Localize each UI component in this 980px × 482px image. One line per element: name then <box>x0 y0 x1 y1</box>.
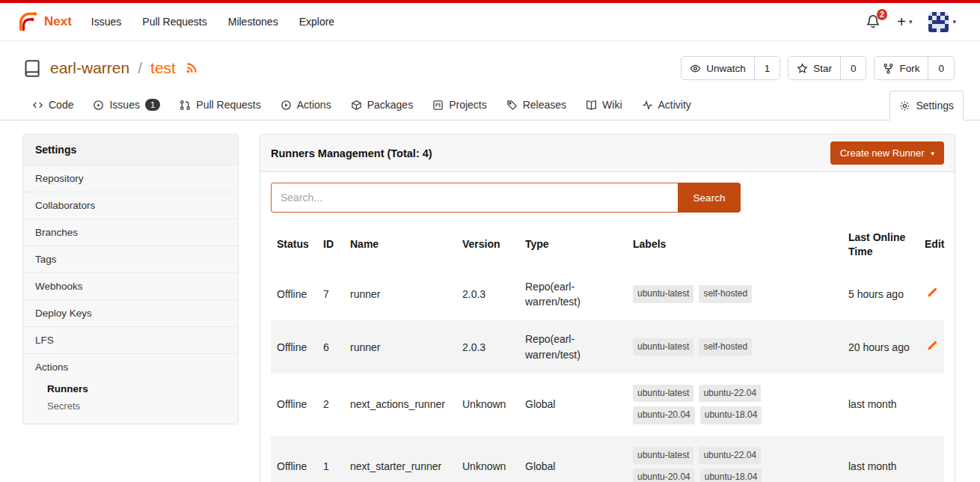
chevron-down-icon: ▾ <box>952 18 956 25</box>
name-cell: runner <box>344 320 456 373</box>
fork-button[interactable]: Fork <box>875 57 928 79</box>
fork-button-group: Fork 0 <box>874 56 955 80</box>
sidebar-item-webhooks[interactable]: Webhooks <box>23 272 238 299</box>
tab-actions[interactable]: Actions <box>271 91 341 120</box>
navbar: Next Issues Pull Requests Milestones Exp… <box>0 3 980 41</box>
runner-label-chip: ubuntu-latest <box>633 447 693 464</box>
runner-label-chip: ubuntu-18.04 <box>700 469 762 482</box>
col-id: ID <box>317 222 344 268</box>
runner-label-chip: ubuntu-20.04 <box>633 469 695 482</box>
stars-count[interactable]: 0 <box>840 57 866 79</box>
package-icon <box>351 100 362 111</box>
edit-cell <box>919 373 944 436</box>
labels-cell: ubuntu-latestself-hosted <box>627 320 842 373</box>
user-menu[interactable]: ▾ <box>928 12 956 32</box>
pull-request-icon <box>180 100 191 111</box>
brand-name: Next <box>44 14 72 29</box>
col-name: Name <box>344 222 456 268</box>
issues-count-badge: 1 <box>145 99 160 111</box>
tab-settings[interactable]: Settings <box>889 91 964 120</box>
chevron-down-icon: ▾ <box>931 150 934 157</box>
col-status: Status <box>271 222 317 268</box>
type-cell: Global <box>519 373 627 436</box>
nav-item-milestones[interactable]: Milestones <box>218 3 289 41</box>
search-button[interactable]: Search <box>678 183 741 213</box>
type-cell: Global <box>519 436 627 482</box>
watchers-count[interactable]: 1 <box>754 57 780 79</box>
sidebar-item-tags[interactable]: Tags <box>23 245 238 272</box>
content-area: Settings Repository Collaborators Branch… <box>0 120 980 482</box>
pulse-icon <box>642 100 653 111</box>
runners-panel-header: Runners Management (Total: 4) Create new… <box>260 135 955 172</box>
runner-label-chip: ubuntu-22.04 <box>699 447 761 464</box>
sidebar-item-repository[interactable]: Repository <box>23 165 238 192</box>
sidebar-item-deploy-keys[interactable]: Deploy Keys <box>23 299 238 326</box>
last-online-cell: 20 hours ago <box>842 320 919 373</box>
status-cell: Offline <box>271 436 317 482</box>
tab-packages[interactable]: Packages <box>341 91 423 120</box>
gear-icon <box>899 100 910 112</box>
sidebar-item-lfs[interactable]: LFS <box>23 326 238 353</box>
sidebar-item-actions[interactable]: Actions <box>23 353 238 380</box>
sidebar-subitem-secrets[interactable]: Secrets <box>23 397 238 415</box>
play-circle-icon <box>281 100 292 111</box>
home-link[interactable]: Next <box>16 10 72 33</box>
unwatch-button[interactable]: Unwatch <box>682 57 754 79</box>
edit-runner-button[interactable] <box>925 339 939 353</box>
nav-item-issues[interactable]: Issues <box>81 3 132 41</box>
forks-count[interactable]: 0 <box>928 57 954 79</box>
eye-icon <box>690 63 701 74</box>
runner-row: Offline6runner2.0.3Repo(earl-warren/test… <box>271 320 944 373</box>
repo-tabs: Code Issues 1 Pull Requests Actions Pack… <box>0 91 980 120</box>
tab-code[interactable]: Code <box>22 91 83 120</box>
tab-wiki[interactable]: Wiki <box>576 91 631 120</box>
nav-item-pull-requests[interactable]: Pull Requests <box>132 3 217 41</box>
runner-label-chip: self-hosted <box>699 285 752 302</box>
version-cell: Unknown <box>456 373 519 436</box>
labels-cell: ubuntu-latestubuntu-22.04ubuntu-20.04ubu… <box>627 436 842 482</box>
type-cell: Repo(earl-warren/test) <box>519 268 627 321</box>
table-header-row: Status ID Name Version Type Labels Last … <box>271 222 944 268</box>
runner-label-chip: ubuntu-latest <box>633 385 693 402</box>
edit-pencil-icon <box>926 287 937 299</box>
chevron-down-icon: ▾ <box>909 18 913 25</box>
repo-owner-link[interactable]: earl-warren <box>50 59 129 77</box>
tab-releases-label: Releases <box>523 99 566 111</box>
create-runner-button[interactable]: Create new Runner ▾ <box>830 141 944 165</box>
edit-cell <box>919 320 944 373</box>
sidebar-item-collaborators[interactable]: Collaborators <box>23 192 238 219</box>
name-cell: next_starter_runner <box>344 436 456 482</box>
version-cell: 2.0.3 <box>456 268 519 321</box>
repo-header: earl-warren / test Unwatch 1 <box>0 41 980 85</box>
tab-code-label: Code <box>49 99 73 111</box>
tab-settings-label: Settings <box>916 100 954 112</box>
rss-feed-icon[interactable] <box>185 61 198 75</box>
repo-action-buttons: Unwatch 1 Star 0 <box>681 56 955 80</box>
create-runner-label: Create new Runner <box>840 147 925 159</box>
col-type: Type <box>519 222 627 268</box>
tab-activity[interactable]: Activity <box>632 91 701 120</box>
col-last-online: Last Online Time <box>842 222 919 268</box>
sidebar-subitem-runners[interactable]: Runners <box>23 380 238 397</box>
panel-title: Runners Management (Total: 4) <box>271 147 432 159</box>
tab-activity-label: Activity <box>658 99 691 111</box>
create-new-dropdown[interactable]: + ▾ <box>897 14 912 29</box>
repo-name-link[interactable]: test <box>150 59 176 77</box>
edit-cell <box>919 436 944 482</box>
project-board-icon <box>432 100 444 111</box>
runner-label-chip: ubuntu-20.04 <box>633 406 695 424</box>
tab-pull-requests[interactable]: Pull Requests <box>170 91 270 120</box>
tab-projects[interactable]: Projects <box>423 91 497 120</box>
tab-projects-label: Projects <box>449 99 487 111</box>
edit-runner-button[interactable] <box>925 286 939 300</box>
col-version: Version <box>456 222 519 268</box>
runner-label-chip: ubuntu-latest <box>633 338 693 356</box>
star-button[interactable]: Star <box>788 57 840 79</box>
nav-item-explore[interactable]: Explore <box>289 3 345 41</box>
tab-issues[interactable]: Issues 1 <box>83 91 170 120</box>
notifications-button[interactable]: 2 <box>866 14 881 29</box>
repo-icon <box>22 58 43 79</box>
sidebar-item-branches[interactable]: Branches <box>23 219 238 245</box>
search-input[interactable] <box>271 183 678 213</box>
tab-releases[interactable]: Releases <box>497 91 576 120</box>
